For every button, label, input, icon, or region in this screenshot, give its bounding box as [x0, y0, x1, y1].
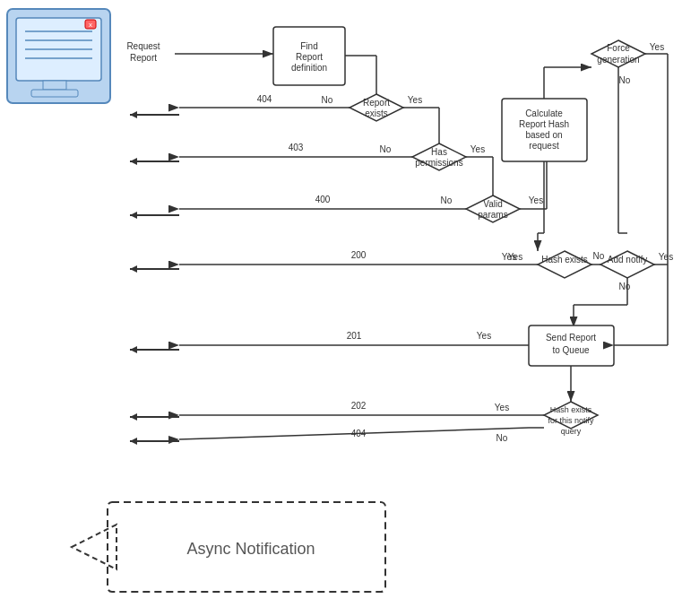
- svg-marker-113: [130, 413, 137, 421]
- svg-marker-115: [130, 438, 137, 445]
- svg-text:x: x: [89, 21, 92, 29]
- svg-text:Yes: Yes: [477, 331, 491, 341]
- svg-text:Hash exists: Hash exists: [541, 255, 588, 265]
- svg-text:Send Report: Send Report: [546, 333, 596, 343]
- svg-text:201: 201: [347, 331, 362, 341]
- svg-marker-105: [130, 158, 137, 165]
- svg-text:Yes: Yes: [502, 252, 516, 262]
- svg-text:query: query: [561, 427, 582, 436]
- svg-text:404: 404: [257, 94, 272, 104]
- svg-text:Force: Force: [607, 43, 630, 53]
- svg-text:Yes: Yes: [659, 252, 673, 262]
- svg-text:Hash exists: Hash exists: [550, 405, 592, 414]
- request-report-label: Request: [126, 41, 160, 51]
- svg-text:definition: definition: [291, 63, 327, 73]
- svg-text:No: No: [380, 144, 392, 154]
- svg-text:202: 202: [351, 401, 367, 411]
- svg-text:generation: generation: [597, 55, 639, 65]
- svg-text:Report Hash: Report Hash: [519, 119, 569, 129]
- svg-text:for this notify: for this notify: [548, 416, 594, 425]
- svg-text:Report: Report: [130, 53, 157, 63]
- async-notification-label: Async Notification: [186, 540, 315, 558]
- svg-text:No: No: [441, 195, 453, 205]
- svg-text:Find: Find: [300, 41, 317, 51]
- svg-text:to Queue: to Queue: [552, 345, 590, 355]
- svg-text:No: No: [619, 75, 631, 85]
- svg-text:Yes: Yes: [408, 95, 422, 105]
- svg-text:Add notify: Add notify: [608, 255, 647, 265]
- svg-marker-103: [130, 111, 137, 118]
- svg-rect-11: [31, 90, 78, 97]
- svg-text:based on: based on: [525, 130, 562, 140]
- svg-text:Calculate: Calculate: [525, 108, 563, 118]
- svg-text:Report: Report: [363, 98, 390, 108]
- svg-text:Has: Has: [431, 147, 447, 157]
- svg-text:Yes: Yes: [650, 42, 664, 52]
- svg-text:params: params: [478, 210, 507, 220]
- svg-text:404: 404: [351, 429, 367, 438]
- svg-text:Yes: Yes: [495, 403, 509, 412]
- svg-text:exists: exists: [365, 108, 388, 118]
- flowchart-diagram: x Request Report Find Report definition …: [0, 0, 682, 616]
- svg-text:No: No: [322, 95, 333, 105]
- svg-text:No: No: [619, 282, 631, 291]
- svg-rect-10: [43, 81, 66, 90]
- svg-marker-117: [72, 525, 117, 569]
- svg-text:Yes: Yes: [529, 195, 543, 205]
- svg-text:permissions: permissions: [415, 158, 462, 168]
- svg-text:200: 200: [351, 250, 367, 260]
- svg-text:400: 400: [315, 195, 331, 204]
- svg-text:No: No: [593, 251, 605, 261]
- svg-text:Valid: Valid: [483, 199, 503, 209]
- svg-marker-111: [130, 346, 137, 353]
- svg-text:request: request: [529, 141, 559, 151]
- svg-text:Yes: Yes: [470, 144, 485, 154]
- svg-marker-107: [130, 212, 137, 219]
- svg-text:Report: Report: [296, 52, 323, 62]
- svg-marker-109: [130, 265, 137, 273]
- svg-text:No: No: [496, 433, 508, 443]
- svg-text:403: 403: [289, 143, 304, 152]
